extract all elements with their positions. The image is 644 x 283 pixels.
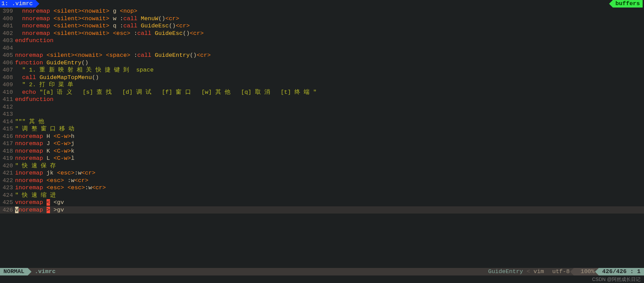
line-number: 412 bbox=[0, 103, 15, 111]
tabline: 1: .vimrc buffers bbox=[0, 0, 644, 8]
code-content[interactable]: vnoremap > >gv bbox=[15, 206, 644, 214]
line-number: 404 bbox=[0, 44, 15, 52]
code-content[interactable]: " 快 速 保 存 bbox=[15, 162, 644, 170]
line-number: 410 bbox=[0, 89, 15, 96]
line-number: 406 bbox=[0, 59, 15, 67]
code-content[interactable]: nnoremap <esc> :w<cr> bbox=[15, 177, 644, 184]
code-line[interactable]: 419nnoremap L <C-w>l bbox=[0, 155, 644, 162]
line-number: 419 bbox=[0, 155, 15, 162]
code-line[interactable]: 403endfunction bbox=[0, 37, 644, 44]
code-line[interactable]: 413 bbox=[0, 111, 644, 118]
code-content[interactable]: nnoremap K <C-w>k bbox=[15, 147, 644, 155]
code-content[interactable] bbox=[15, 103, 644, 111]
code-content[interactable]: nnoremap H <C-w>h bbox=[15, 133, 644, 140]
code-content[interactable]: endfunction bbox=[15, 37, 644, 44]
code-content[interactable] bbox=[15, 111, 644, 118]
code-content[interactable]: vnoremap < <gv bbox=[15, 199, 644, 206]
code-line[interactable]: 407 " 1. 重 新 映 射 相 关 快 捷 键 到 space bbox=[0, 66, 644, 74]
line-number: 399 bbox=[0, 8, 15, 15]
line-number: 413 bbox=[0, 111, 15, 118]
code-line[interactable]: 406function GuideEntry() bbox=[0, 59, 644, 67]
line-number: 401 bbox=[0, 22, 15, 30]
code-line[interactable]: 421inoremap jk <esc>:w<cr> bbox=[0, 169, 644, 177]
code-line[interactable]: 400 nnoremap <silent><nowait> w :call Me… bbox=[0, 15, 644, 23]
code-content[interactable]: function GuideEntry() bbox=[15, 59, 644, 67]
code-content[interactable]: endfunction bbox=[15, 96, 644, 103]
code-line[interactable]: 405nnoremap <silent><nowait> <space> :ca… bbox=[0, 52, 644, 59]
code-line[interactable]: 412 bbox=[0, 103, 644, 111]
code-line[interactable]: 410 echo "[a] 语 义 [s] 查 找 [d] 调 试 [f] 窗 … bbox=[0, 89, 644, 96]
code-content[interactable]: nnoremap <silent><nowait> <space> :call … bbox=[15, 52, 644, 59]
code-content[interactable]: inoremap <esc> <esc>:w<cr> bbox=[15, 184, 644, 192]
code-line[interactable]: 415" 调 整 窗 口 移 动 bbox=[0, 125, 644, 133]
code-content[interactable]: nnoremap <silent><nowait> g <nop> bbox=[15, 8, 644, 15]
code-content[interactable]: " 1. 重 新 映 射 相 关 快 捷 键 到 space bbox=[15, 66, 644, 74]
line-number: 424 bbox=[0, 192, 15, 199]
watermark: CSDN @阿然成长日记 bbox=[592, 276, 641, 282]
code-content[interactable]: """ 其 他 bbox=[15, 118, 644, 126]
code-line[interactable]: 411endfunction bbox=[0, 96, 644, 103]
code-line[interactable]: 399 nnoremap <silent><nowait> g <nop> bbox=[0, 8, 644, 15]
code-content[interactable]: nnoremap J <C-w>j bbox=[15, 140, 644, 147]
filename-indicator: .vimrc bbox=[28, 268, 59, 275]
code-line[interactable]: 404 bbox=[0, 44, 644, 52]
code-content[interactable]: nnoremap <silent><nowait> w :call MenuW(… bbox=[15, 15, 644, 23]
line-number: 425 bbox=[0, 199, 15, 206]
line-number: 407 bbox=[0, 66, 15, 74]
context-indicator: GuideEntry < vim bbox=[484, 268, 548, 275]
buffers-label[interactable]: buffers bbox=[613, 0, 643, 8]
code-line[interactable]: 414""" 其 他 bbox=[0, 118, 644, 126]
line-number: 423 bbox=[0, 184, 15, 192]
code-content[interactable]: nnoremap L <C-w>l bbox=[15, 155, 644, 162]
line-number: 408 bbox=[0, 74, 15, 81]
line-number: 422 bbox=[0, 177, 15, 184]
line-number: 426 bbox=[0, 206, 15, 214]
code-line[interactable]: 424" 快 速 缩 进 bbox=[0, 192, 644, 199]
code-line[interactable]: 425vnoremap < <gv bbox=[0, 199, 644, 206]
line-number: 415 bbox=[0, 125, 15, 133]
line-number: 417 bbox=[0, 140, 15, 147]
line-number: 418 bbox=[0, 147, 15, 155]
line-number: 416 bbox=[0, 133, 15, 140]
code-line[interactable]: 420" 快 速 保 存 bbox=[0, 162, 644, 170]
code-line[interactable]: 426vnoremap > >gv bbox=[0, 206, 644, 214]
code-line[interactable]: 416nnoremap H <C-w>h bbox=[0, 133, 644, 140]
code-content[interactable]: " 调 整 窗 口 移 动 bbox=[15, 125, 644, 133]
line-number: 421 bbox=[0, 169, 15, 177]
code-line[interactable]: 409 " 2. 打 印 菜 单 bbox=[0, 81, 644, 89]
statusline: NORMAL .vimrc GuideEntry < vim utf-8 100… bbox=[0, 268, 644, 275]
code-line[interactable]: 402 nnoremap <silent><nowait> <esc> :cal… bbox=[0, 30, 644, 37]
position-indicator: 426/426 : 1 bbox=[599, 268, 644, 275]
code-line[interactable]: 417nnoremap J <C-w>j bbox=[0, 140, 644, 147]
mode-indicator: NORMAL bbox=[0, 268, 28, 275]
code-line[interactable]: 418nnoremap K <C-w>k bbox=[0, 147, 644, 155]
line-number: 402 bbox=[0, 30, 15, 37]
tab-vimrc[interactable]: 1: .vimrc bbox=[0, 0, 36, 8]
line-number: 405 bbox=[0, 52, 15, 59]
code-line[interactable]: 423inoremap <esc> <esc>:w<cr> bbox=[0, 184, 644, 192]
code-line[interactable]: 422nnoremap <esc> :w<cr> bbox=[0, 177, 644, 184]
code-line[interactable]: 408 call GuideMapTopMenu() bbox=[0, 74, 644, 81]
code-content[interactable]: nnoremap <silent><nowait> q :call GuideE… bbox=[15, 22, 644, 30]
code-content[interactable]: " 2. 打 印 菜 单 bbox=[15, 81, 644, 89]
tab-left: 1: .vimrc bbox=[0, 0, 36, 8]
code-content[interactable]: nnoremap <silent><nowait> <esc> :call Gu… bbox=[15, 30, 644, 37]
line-number: 411 bbox=[0, 96, 15, 103]
line-number: 420 bbox=[0, 162, 15, 170]
line-number: 409 bbox=[0, 81, 15, 89]
code-content[interactable] bbox=[15, 44, 644, 52]
line-number: 414 bbox=[0, 118, 15, 126]
editor[interactable]: 399 nnoremap <silent><nowait> g <nop>400… bbox=[0, 8, 644, 214]
code-content[interactable]: " 快 速 缩 进 bbox=[15, 192, 644, 199]
code-line[interactable]: 401 nnoremap <silent><nowait> q :call Gu… bbox=[0, 22, 644, 30]
code-content[interactable]: echo "[a] 语 义 [s] 查 找 [d] 调 试 [f] 窗 口 [w… bbox=[15, 89, 644, 96]
code-content[interactable]: call GuideMapTopMenu() bbox=[15, 74, 644, 81]
line-number: 403 bbox=[0, 37, 15, 44]
line-number: 400 bbox=[0, 15, 15, 23]
code-content[interactable]: inoremap jk <esc>:w<cr> bbox=[15, 169, 644, 177]
